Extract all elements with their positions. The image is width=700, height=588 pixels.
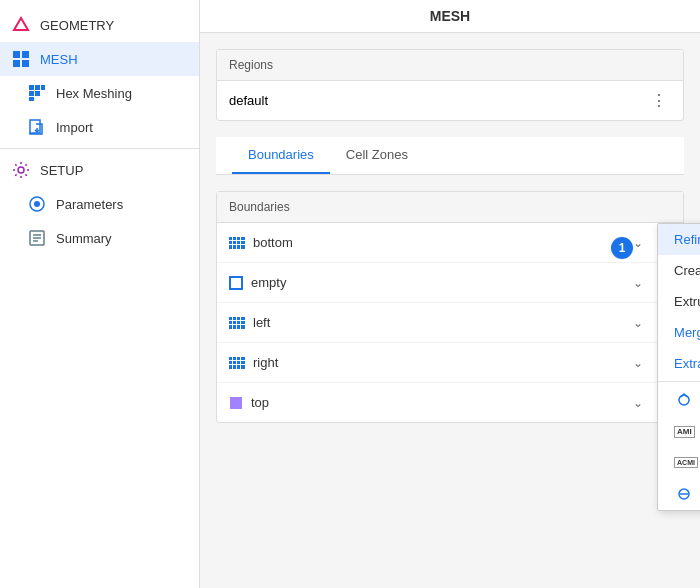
- svg-rect-47: [241, 325, 245, 329]
- sidebar-item-label: SETUP: [40, 163, 83, 178]
- dropdown-item-extract-from[interactable]: Extract From: [658, 348, 700, 379]
- svg-rect-36: [229, 317, 232, 320]
- svg-rect-48: [229, 357, 232, 360]
- svg-rect-29: [233, 245, 236, 249]
- dropdown-item-create-periodic-interface[interactable]: Create Periodic Interface: [658, 478, 700, 510]
- sidebar-item-parameters[interactable]: Parameters: [0, 187, 199, 221]
- svg-rect-7: [41, 85, 45, 90]
- tabs-container: Boundaries Cell Zones: [216, 137, 684, 175]
- hex-meshing-icon: [28, 84, 46, 102]
- tab-boundaries[interactable]: Boundaries: [232, 137, 330, 174]
- boundary-name: right: [253, 355, 629, 370]
- chevron-button[interactable]: ⌄: [629, 274, 647, 292]
- sidebar-item-hex-meshing[interactable]: Hex Meshing: [0, 76, 199, 110]
- svg-rect-1: [13, 51, 20, 58]
- svg-point-13: [18, 167, 24, 173]
- svg-rect-56: [229, 365, 232, 369]
- sidebar-item-label: MESH: [40, 52, 78, 67]
- sidebar-item-geometry[interactable]: GEOMETRY: [0, 8, 199, 42]
- svg-rect-55: [241, 361, 245, 364]
- dropdown-item-merge[interactable]: Merge: [658, 317, 700, 348]
- right-icon: [229, 357, 245, 369]
- sidebar-item-setup[interactable]: SETUP: [0, 153, 199, 187]
- main-body: Regions default ⋮ Boundaries Cell Zones …: [200, 33, 700, 588]
- dropdown-item-refine[interactable]: Refine: [658, 224, 700, 255]
- cyclic-icon: [674, 392, 694, 408]
- table-row: empty ⌄ ⋮ 2: [217, 263, 683, 303]
- svg-rect-50: [237, 357, 240, 360]
- svg-rect-39: [241, 317, 245, 320]
- bottom-icon: [229, 237, 245, 249]
- svg-rect-21: [233, 237, 236, 240]
- svg-rect-42: [237, 321, 240, 324]
- svg-rect-8: [29, 91, 34, 96]
- region-more-button[interactable]: ⋮: [647, 89, 671, 112]
- regions-row: default ⋮: [217, 81, 683, 120]
- svg-rect-38: [237, 317, 240, 320]
- svg-rect-22: [237, 237, 240, 240]
- svg-rect-28: [229, 245, 232, 249]
- svg-rect-60: [230, 397, 242, 409]
- chevron-button[interactable]: ⌄: [629, 354, 647, 372]
- svg-rect-37: [233, 317, 236, 320]
- sidebar-item-label: Import: [56, 120, 93, 135]
- boundary-name: top: [251, 395, 629, 410]
- svg-rect-57: [233, 365, 236, 369]
- sidebar-item-label: Parameters: [56, 197, 123, 212]
- regions-box: Regions default ⋮: [216, 49, 684, 121]
- svg-rect-31: [241, 245, 245, 249]
- svg-rect-53: [233, 361, 236, 364]
- import-icon: [28, 118, 46, 136]
- svg-rect-59: [241, 365, 245, 369]
- svg-rect-23: [241, 237, 245, 240]
- svg-rect-51: [241, 357, 245, 360]
- parameters-icon: [28, 195, 46, 213]
- sidebar-item-import[interactable]: Import: [0, 110, 199, 144]
- sidebar-item-label: Hex Meshing: [56, 86, 132, 101]
- badge-1: 1: [611, 237, 633, 259]
- svg-rect-6: [35, 85, 40, 90]
- svg-rect-20: [229, 237, 232, 240]
- periodic-icon: [674, 486, 694, 502]
- svg-rect-5: [29, 85, 34, 90]
- sidebar-item-summary[interactable]: Summary: [0, 221, 199, 255]
- svg-rect-58: [237, 365, 240, 369]
- dropdown-item-extrude[interactable]: Extrude: [658, 286, 700, 317]
- svg-rect-43: [241, 321, 245, 324]
- table-row: left ⌄ ⋮: [217, 303, 683, 343]
- svg-rect-45: [233, 325, 236, 329]
- svg-rect-44: [229, 325, 232, 329]
- sidebar-item-mesh[interactable]: MESH: [0, 42, 199, 76]
- boundaries-section: Boundaries: [216, 191, 684, 423]
- table-row: bottom ⌄ ⋮ 1 Refine Create Boundary Laye…: [217, 223, 683, 263]
- dropdown-menu: Refine Create Boundary Layer Extrude Mer…: [657, 223, 700, 511]
- boundary-name: bottom: [253, 235, 629, 250]
- setup-icon: [12, 161, 30, 179]
- dropdown-item-create-cyclic-interface[interactable]: Create Cyclic Interface: [658, 384, 700, 416]
- mesh-icon: [12, 50, 30, 68]
- svg-rect-54: [237, 361, 240, 364]
- tab-cell-zones[interactable]: Cell Zones: [330, 137, 424, 174]
- boundary-name: empty: [251, 275, 629, 290]
- svg-rect-30: [237, 245, 240, 249]
- left-icon: [229, 317, 245, 329]
- svg-rect-9: [35, 91, 40, 96]
- dropdown-item-create-boundary-layer[interactable]: Create Boundary Layer: [658, 255, 700, 286]
- dropdown-item-create-arbitrarily-coupled[interactable]: ACMI Create Arbitrarily Coupled Interfac…: [658, 447, 700, 478]
- svg-rect-10: [29, 97, 34, 101]
- empty-icon: [229, 276, 243, 290]
- sidebar-item-label: GEOMETRY: [40, 18, 114, 33]
- region-name: default: [229, 93, 268, 108]
- ami-icon: AMI: [674, 426, 695, 438]
- dropdown-divider: [658, 381, 700, 382]
- svg-rect-41: [233, 321, 236, 324]
- top-icon: [229, 396, 243, 410]
- dropdown-item-create-arbitrary-interface[interactable]: AMI Create Arbitrary Interface: [658, 416, 700, 447]
- regions-header: Regions: [217, 50, 683, 81]
- chevron-button[interactable]: ⌄: [629, 314, 647, 332]
- chevron-button[interactable]: ⌄: [629, 394, 647, 412]
- main-title: MESH: [200, 0, 700, 33]
- sidebar: GEOMETRY MESH Hex Meshing: [0, 0, 200, 588]
- svg-rect-46: [237, 325, 240, 329]
- svg-rect-4: [22, 60, 29, 67]
